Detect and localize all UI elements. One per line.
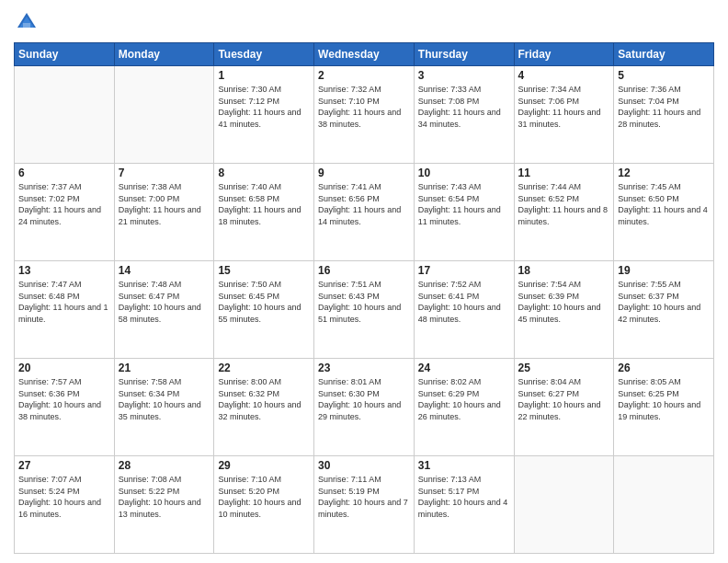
calendar-cell-0-3: 2Sunrise: 7:32 AM Sunset: 7:10 PM Daylig… xyxy=(314,66,415,164)
day-number: 5 xyxy=(618,69,710,82)
day-info: Sunrise: 8:01 AM Sunset: 6:30 PM Dayligh… xyxy=(318,376,410,422)
logo xyxy=(14,9,43,35)
week-row-2: 13Sunrise: 7:47 AM Sunset: 6:48 PM Dayli… xyxy=(15,261,714,359)
calendar-cell-3-3: 23Sunrise: 8:01 AM Sunset: 6:30 PM Dayli… xyxy=(314,359,415,456)
day-info: Sunrise: 7:40 AM Sunset: 6:58 PM Dayligh… xyxy=(218,181,310,227)
day-number: 6 xyxy=(18,167,110,179)
calendar-cell-4-0: 27Sunrise: 7:07 AM Sunset: 5:24 PM Dayli… xyxy=(15,456,115,554)
svg-rect-2 xyxy=(23,23,30,28)
day-number: 10 xyxy=(418,167,510,179)
calendar-cell-4-2: 29Sunrise: 7:10 AM Sunset: 5:20 PM Dayli… xyxy=(214,456,314,554)
day-number: 9 xyxy=(318,167,410,179)
day-number: 25 xyxy=(518,362,610,374)
day-number: 27 xyxy=(18,459,110,472)
day-header-thursday: Thursday xyxy=(414,43,514,66)
page: SundayMondayTuesdayWednesdayThursdayFrid… xyxy=(0,0,728,563)
day-number: 29 xyxy=(218,459,310,472)
day-number: 12 xyxy=(618,167,710,179)
day-info: Sunrise: 7:11 AM Sunset: 5:19 PM Dayligh… xyxy=(318,474,410,520)
calendar-cell-3-1: 21Sunrise: 7:58 AM Sunset: 6:34 PM Dayli… xyxy=(114,359,214,456)
calendar-cell-3-6: 26Sunrise: 8:05 AM Sunset: 6:25 PM Dayli… xyxy=(614,359,714,456)
calendar-cell-0-6: 5Sunrise: 7:36 AM Sunset: 7:04 PM Daylig… xyxy=(614,66,714,164)
day-info: Sunrise: 7:07 AM Sunset: 5:24 PM Dayligh… xyxy=(18,474,110,520)
day-info: Sunrise: 7:55 AM Sunset: 6:37 PM Dayligh… xyxy=(618,279,710,325)
calendar-cell-3-0: 20Sunrise: 7:57 AM Sunset: 6:36 PM Dayli… xyxy=(15,359,115,456)
day-number: 17 xyxy=(418,264,510,277)
day-info: Sunrise: 7:57 AM Sunset: 6:36 PM Dayligh… xyxy=(18,376,110,422)
day-info: Sunrise: 7:38 AM Sunset: 7:00 PM Dayligh… xyxy=(119,181,210,227)
calendar-cell-2-0: 13Sunrise: 7:47 AM Sunset: 6:48 PM Dayli… xyxy=(15,261,115,359)
week-row-3: 20Sunrise: 7:57 AM Sunset: 6:36 PM Dayli… xyxy=(15,359,714,456)
calendar-cell-4-4: 31Sunrise: 7:13 AM Sunset: 5:17 PM Dayli… xyxy=(414,456,514,554)
day-info: Sunrise: 7:10 AM Sunset: 5:20 PM Dayligh… xyxy=(218,474,310,520)
day-info: Sunrise: 8:04 AM Sunset: 6:27 PM Dayligh… xyxy=(518,376,610,422)
day-number: 22 xyxy=(218,362,310,374)
day-info: Sunrise: 7:52 AM Sunset: 6:41 PM Dayligh… xyxy=(418,279,510,325)
day-info: Sunrise: 7:36 AM Sunset: 7:04 PM Dayligh… xyxy=(618,84,710,130)
calendar-cell-1-6: 12Sunrise: 7:45 AM Sunset: 6:50 PM Dayli… xyxy=(614,164,714,261)
calendar-cell-0-2: 1Sunrise: 7:30 AM Sunset: 7:12 PM Daylig… xyxy=(214,66,314,164)
day-info: Sunrise: 7:34 AM Sunset: 7:06 PM Dayligh… xyxy=(518,84,610,130)
day-header-tuesday: Tuesday xyxy=(214,43,314,66)
calendar-cell-0-0 xyxy=(15,66,115,164)
calendar-cell-2-4: 17Sunrise: 7:52 AM Sunset: 6:41 PM Dayli… xyxy=(414,261,514,359)
logo-icon xyxy=(14,9,40,35)
calendar-cell-4-3: 30Sunrise: 7:11 AM Sunset: 5:19 PM Dayli… xyxy=(314,456,415,554)
day-info: Sunrise: 8:00 AM Sunset: 6:32 PM Dayligh… xyxy=(218,376,310,422)
day-number: 30 xyxy=(318,459,410,472)
day-number: 7 xyxy=(119,167,210,179)
header xyxy=(14,9,714,35)
day-info: Sunrise: 7:08 AM Sunset: 5:22 PM Dayligh… xyxy=(119,474,210,520)
day-info: Sunrise: 7:43 AM Sunset: 6:54 PM Dayligh… xyxy=(418,181,510,227)
day-header-monday: Monday xyxy=(114,43,214,66)
day-info: Sunrise: 7:13 AM Sunset: 5:17 PM Dayligh… xyxy=(418,474,510,520)
week-row-1: 6Sunrise: 7:37 AM Sunset: 7:02 PM Daylig… xyxy=(15,164,714,261)
day-number: 14 xyxy=(119,264,210,277)
day-info: Sunrise: 7:30 AM Sunset: 7:12 PM Dayligh… xyxy=(218,84,310,130)
day-info: Sunrise: 7:50 AM Sunset: 6:45 PM Dayligh… xyxy=(218,279,310,325)
day-info: Sunrise: 7:58 AM Sunset: 6:34 PM Dayligh… xyxy=(119,376,210,422)
day-number: 20 xyxy=(18,362,110,374)
calendar-cell-4-1: 28Sunrise: 7:08 AM Sunset: 5:22 PM Dayli… xyxy=(114,456,214,554)
day-number: 21 xyxy=(119,362,210,374)
calendar-cell-1-4: 10Sunrise: 7:43 AM Sunset: 6:54 PM Dayli… xyxy=(414,164,514,261)
calendar-cell-4-5 xyxy=(514,456,614,554)
day-number: 1 xyxy=(218,69,310,82)
calendar-cell-3-2: 22Sunrise: 8:00 AM Sunset: 6:32 PM Dayli… xyxy=(214,359,314,456)
day-info: Sunrise: 8:05 AM Sunset: 6:25 PM Dayligh… xyxy=(618,376,710,422)
day-header-friday: Friday xyxy=(514,43,614,66)
day-info: Sunrise: 7:33 AM Sunset: 7:08 PM Dayligh… xyxy=(418,84,510,130)
calendar-cell-1-1: 7Sunrise: 7:38 AM Sunset: 7:00 PM Daylig… xyxy=(114,164,214,261)
day-number: 13 xyxy=(18,264,110,277)
day-header-sunday: Sunday xyxy=(15,43,115,66)
day-info: Sunrise: 7:47 AM Sunset: 6:48 PM Dayligh… xyxy=(18,279,110,325)
day-info: Sunrise: 7:54 AM Sunset: 6:39 PM Dayligh… xyxy=(518,279,610,325)
calendar-cell-2-1: 14Sunrise: 7:48 AM Sunset: 6:47 PM Dayli… xyxy=(114,261,214,359)
calendar-cell-2-2: 15Sunrise: 7:50 AM Sunset: 6:45 PM Dayli… xyxy=(214,261,314,359)
calendar-cell-0-1 xyxy=(114,66,214,164)
calendar-cell-2-6: 19Sunrise: 7:55 AM Sunset: 6:37 PM Dayli… xyxy=(614,261,714,359)
week-row-4: 27Sunrise: 7:07 AM Sunset: 5:24 PM Dayli… xyxy=(15,456,714,554)
day-number: 24 xyxy=(418,362,510,374)
calendar-cell-3-4: 24Sunrise: 8:02 AM Sunset: 6:29 PM Dayli… xyxy=(414,359,514,456)
day-number: 3 xyxy=(418,69,510,82)
calendar-cell-2-5: 18Sunrise: 7:54 AM Sunset: 6:39 PM Dayli… xyxy=(514,261,614,359)
calendar-body: 1Sunrise: 7:30 AM Sunset: 7:12 PM Daylig… xyxy=(15,66,714,554)
calendar-cell-0-4: 3Sunrise: 7:33 AM Sunset: 7:08 PM Daylig… xyxy=(414,66,514,164)
calendar-cell-0-5: 4Sunrise: 7:34 AM Sunset: 7:06 PM Daylig… xyxy=(514,66,614,164)
day-info: Sunrise: 7:45 AM Sunset: 6:50 PM Dayligh… xyxy=(618,181,710,227)
day-info: Sunrise: 7:44 AM Sunset: 6:52 PM Dayligh… xyxy=(518,181,610,227)
day-number: 31 xyxy=(418,459,510,472)
day-number: 11 xyxy=(518,167,610,179)
calendar-cell-3-5: 25Sunrise: 8:04 AM Sunset: 6:27 PM Dayli… xyxy=(514,359,614,456)
calendar-table: SundayMondayTuesdayWednesdayThursdayFrid… xyxy=(14,42,714,554)
day-number: 4 xyxy=(518,69,610,82)
day-info: Sunrise: 7:37 AM Sunset: 7:02 PM Dayligh… xyxy=(18,181,110,227)
day-number: 8 xyxy=(218,167,310,179)
day-number: 18 xyxy=(518,264,610,277)
week-row-0: 1Sunrise: 7:30 AM Sunset: 7:12 PM Daylig… xyxy=(15,66,714,164)
day-header-wednesday: Wednesday xyxy=(314,43,415,66)
day-info: Sunrise: 8:02 AM Sunset: 6:29 PM Dayligh… xyxy=(418,376,510,422)
calendar-cell-2-3: 16Sunrise: 7:51 AM Sunset: 6:43 PM Dayli… xyxy=(314,261,415,359)
day-number: 16 xyxy=(318,264,410,277)
